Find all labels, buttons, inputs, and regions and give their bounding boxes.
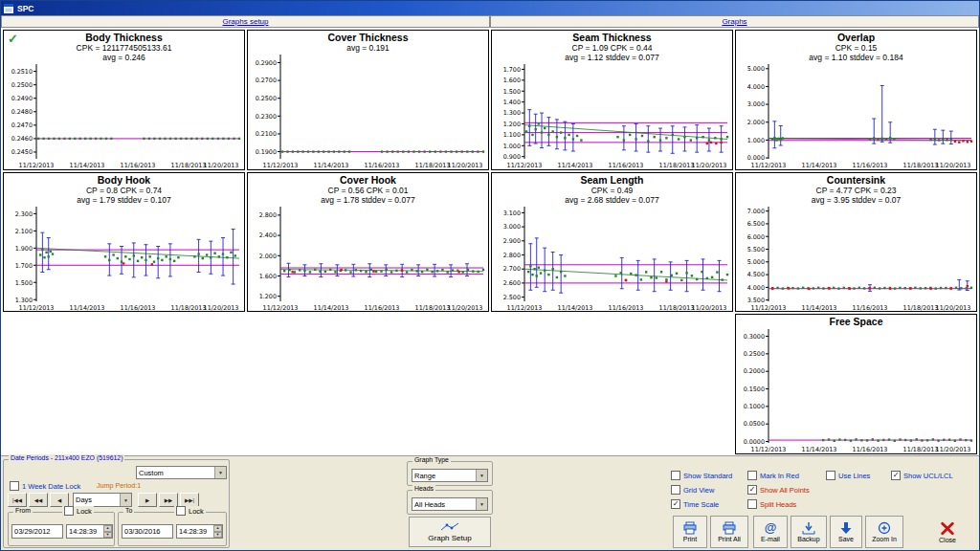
svg-text:11/12/2013: 11/12/2013: [751, 162, 787, 169]
chart-stats-line: CPK = 0.15: [736, 43, 976, 53]
nav-last-button[interactable]: ▶▶|: [180, 493, 199, 507]
svg-text:11/16/2013: 11/16/2013: [853, 162, 888, 169]
checkbox-mark-in-red[interactable]: Mark In Red: [747, 471, 799, 480]
checkbox-split-heads[interactable]: Split Heads: [747, 499, 796, 509]
svg-text:3.500: 3.500: [747, 297, 765, 304]
chart-panel-cover-thickness: Cover Thickness avg = 0.191 0.29000.2700…: [247, 30, 489, 170]
svg-text:11/20/2013: 11/20/2013: [936, 162, 971, 169]
svg-text:6.000: 6.000: [747, 232, 765, 240]
from-date-field[interactable]: 03/29/2012: [11, 524, 63, 539]
nav-fast-back-button[interactable]: ◀◀: [29, 493, 48, 507]
checkbox-show-standard[interactable]: Show Standard: [671, 471, 732, 480]
save-icon: [838, 521, 854, 535]
chart-stats-line: avg = 0.191: [248, 43, 488, 53]
save-button[interactable]: Save: [830, 516, 862, 548]
print-all-button[interactable]: Print All: [710, 516, 748, 548]
svg-text:0.1500: 0.1500: [744, 386, 765, 393]
preset-select[interactable]: Custom ▼: [136, 466, 227, 479]
interval-select[interactable]: Days ▼: [73, 493, 132, 507]
checkbox-show-all-points[interactable]: ✓ Show All Points: [747, 485, 810, 495]
nav-fast-forward-button[interactable]: ▶▶: [159, 493, 178, 507]
checkbox-time-scale[interactable]: ✓ Time Scale: [671, 499, 719, 509]
to-lock-checkbox[interactable]: Lock: [174, 506, 206, 516]
svg-text:3.000: 3.000: [503, 223, 521, 231]
nav-forward-button[interactable]: ▶: [138, 493, 157, 507]
checkbox-use-lines[interactable]: Use Lines: [826, 471, 870, 480]
spinner-down-icon[interactable]: ▼: [103, 532, 112, 539]
svg-text:11/20/2013: 11/20/2013: [692, 162, 727, 169]
backup-icon: [801, 521, 816, 535]
svg-text:11/16/2013: 11/16/2013: [121, 162, 156, 169]
svg-text:1.300: 1.300: [15, 296, 33, 303]
from-group: From Lock 03/29/2012 14:28:39 ▲▼: [8, 512, 115, 546]
svg-text:11/20/2013: 11/20/2013: [692, 304, 727, 312]
checkbox-show-ucl-lcl[interactable]: ✓ Show UCL/LCL: [891, 471, 953, 480]
chevron-down-icon: ▼: [476, 470, 487, 481]
tab-graphs[interactable]: Graphs: [490, 15, 979, 28]
svg-text:0.2500: 0.2500: [256, 95, 277, 102]
chart-panel-overlap: Overlap CPK = 0.15 avg = 1.10 stddev = 0…: [735, 30, 977, 170]
from-time-spinner[interactable]: ▲▼: [103, 525, 112, 538]
checkbox-label: Mark In Red: [760, 472, 799, 480]
graph-type-select[interactable]: Range ▼: [412, 469, 488, 482]
heads-select[interactable]: All Heads ▼: [412, 497, 488, 511]
svg-text:1.500: 1.500: [503, 88, 521, 96]
save-label: Save: [838, 536, 854, 542]
from-lock-checkbox[interactable]: Lock: [62, 506, 94, 516]
svg-text:11/20/2013: 11/20/2013: [448, 304, 483, 312]
week-date-lock-checkbox[interactable]: 1 Week Date Lock: [10, 481, 80, 491]
checkbox-box: [10, 481, 19, 491]
graph-setup-icon: [439, 521, 460, 533]
chart-title: Body Thickness: [4, 31, 244, 43]
zoom-in-button[interactable]: Zoom In: [865, 516, 903, 548]
close-button[interactable]: Close: [927, 516, 968, 548]
spinner-down-icon[interactable]: ▼: [213, 532, 222, 539]
charts-grid: ✓ Body Thickness CPK = 1211774505133.61 …: [1, 28, 979, 456]
svg-text:1.600: 1.600: [259, 272, 277, 279]
print-button[interactable]: Print: [673, 516, 707, 548]
backup-button[interactable]: Backup: [791, 516, 827, 548]
svg-text:11/14/2013: 11/14/2013: [70, 162, 105, 169]
svg-text:0.2510: 0.2510: [11, 68, 33, 76]
nav-first-button[interactable]: |◀◀: [8, 493, 27, 507]
checkbox-box: ✓: [891, 471, 901, 480]
svg-text:0.2490: 0.2490: [11, 95, 33, 102]
svg-text:1.700: 1.700: [503, 66, 521, 74]
email-button[interactable]: @ E-mail: [753, 516, 788, 548]
printer-all-icon: [722, 521, 737, 535]
svg-text:11/20/2013: 11/20/2013: [204, 162, 239, 169]
chevron-down-icon: ▼: [476, 498, 487, 510]
chart-panel-cover-hook: Cover Hook CP = 0.56 CPK = 0.01 avg = 1.…: [247, 172, 489, 313]
svg-text:0.2100: 0.2100: [256, 130, 277, 138]
chart-panel-seam-thickness: Seam Thickness CP = 1.09 CPK = 0.44 avg …: [491, 30, 733, 170]
svg-text:2.000: 2.000: [259, 252, 277, 259]
backup-label: Backup: [797, 536, 819, 542]
chart-panel-countersink: Countersink CP = 4.77 CPK = 0.23 avg = 3…: [735, 172, 977, 313]
to-label: To: [123, 507, 134, 514]
checkbox-grid-view[interactable]: Grid View: [671, 485, 714, 495]
svg-text:2.000: 2.000: [747, 119, 765, 126]
interval-select-value: Days: [74, 494, 120, 506]
from-time-field[interactable]: 14:28:39 ▲▼: [66, 524, 113, 539]
graph-setup-button[interactable]: Graph Setup: [409, 517, 491, 547]
svg-text:1.200: 1.200: [259, 293, 277, 300]
to-date-field[interactable]: 03/30/2016: [122, 524, 173, 539]
svg-text:11/14/2013: 11/14/2013: [802, 162, 837, 169]
svg-text:1.000: 1.000: [503, 143, 521, 150]
svg-text:11/18/2013: 11/18/2013: [171, 304, 207, 312]
print-all-label: Print All: [718, 536, 741, 542]
nav-back-button[interactable]: ◀: [50, 493, 69, 507]
svg-text:6.500: 6.500: [747, 220, 765, 228]
chart-stats-line: CP = 0.8 CPK = 0.74: [4, 186, 244, 195]
chart-plot: 7.0006.5006.0005.5005.0004.5004.0003.500…: [736, 205, 976, 312]
tab-graphs-setup[interactable]: Graphs setup: [1, 15, 490, 28]
chart-title: Cover Hook: [248, 173, 488, 186]
to-time-spinner[interactable]: ▲▼: [213, 525, 222, 538]
chart-title: Body Hook: [4, 173, 244, 186]
chevron-down-icon: ▼: [120, 494, 131, 506]
svg-text:0.2500: 0.2500: [744, 350, 765, 358]
svg-text:1.900: 1.900: [15, 244, 33, 252]
chart-plot: 0.30000.25000.20000.15000.10000.05000.00…: [736, 327, 976, 453]
to-time-field[interactable]: 14:28:39 ▲▼: [176, 524, 223, 539]
svg-text:11/12/2013: 11/12/2013: [19, 162, 55, 169]
